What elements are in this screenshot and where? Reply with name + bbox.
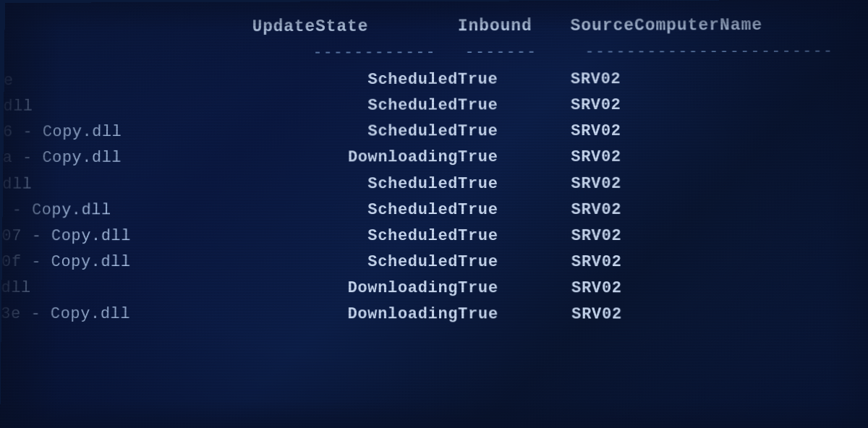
cell-updatestate: Scheduled (251, 171, 458, 197)
cell-sourcecomputer: SRV02 (571, 223, 856, 249)
table-row: ons000f - Copy.dllScheduledTrueSRV02 (0, 249, 856, 275)
terminal-screen: UpdateState Inbound SourceComputerName -… (0, 0, 868, 428)
cell-updatestate: Scheduled (252, 67, 458, 93)
cell-sourcecomputer: SRV02 (571, 301, 857, 328)
cell-sourcecomputer: SRV02 (571, 67, 854, 93)
cell-filename: ons0007 - Copy.dll (0, 223, 251, 249)
cell-filename: ons003e - Copy.dll (0, 301, 251, 328)
cell-inbound: True (458, 197, 571, 223)
cell-inbound: True (458, 249, 571, 275)
cell-sourcecomputer: SRV02 (571, 171, 855, 197)
table-row: ons003e - Copy.dllDownloadingTrueSRV02 (0, 301, 857, 328)
table-row: Copy.dllScheduledTrueSRV02 (0, 93, 855, 120)
cell-filename: ns0046 - Copy.dll (0, 119, 252, 145)
cell-sourcecomputer: SRV02 (571, 197, 856, 223)
cell-updatestate: Scheduled (252, 119, 458, 145)
table-row: py.exeScheduledTrueSRV02 (0, 67, 854, 95)
sep-sourcecomputer: ------------------------ (571, 40, 854, 67)
cell-sourcecomputer: SRV02 (571, 145, 855, 171)
table-container: UpdateState Inbound SourceComputerName -… (0, 13, 857, 328)
col-header-updatestate: UpdateState (252, 14, 457, 42)
table-row: Copy.dllScheduledTrueSRV02 (0, 171, 856, 197)
cell-inbound: True (458, 93, 571, 119)
table-row: ns000a - Copy.dllDownloadingTrueSRV02 (0, 145, 855, 172)
cell-inbound: True (458, 301, 571, 328)
cell-sourcecomputer: SRV02 (571, 93, 855, 119)
cell-filename: ons000f - Copy.dll (0, 249, 251, 275)
cell-filename: py.exe (0, 68, 252, 95)
cell-inbound: True (458, 145, 571, 171)
col-header-inbound: Inbound (458, 14, 571, 41)
table-row: ons0007 - Copy.dllScheduledTrueSRV02 (0, 223, 856, 249)
cell-updatestate: Downloading (251, 275, 458, 301)
cell-updatestate: Scheduled (252, 93, 458, 119)
cell-updatestate: Downloading (251, 301, 459, 328)
cell-updatestate: Scheduled (251, 197, 458, 223)
cell-filename: Copy.dll (0, 93, 252, 120)
cell-sourcecomputer: SRV02 (571, 119, 855, 145)
cell-inbound: True (458, 275, 571, 301)
cell-filename: Copy.dll (0, 275, 251, 301)
sep-updatestate: ------------ (252, 41, 458, 68)
data-table: UpdateState Inbound SourceComputerName -… (0, 13, 857, 328)
col-header-filename (0, 14, 252, 42)
cell-inbound: True (458, 119, 571, 145)
sep-filename (0, 42, 252, 69)
cell-sourcecomputer: SRV02 (571, 249, 856, 275)
cell-updatestate: Scheduled (251, 223, 458, 249)
sep-inbound: ------- (458, 40, 571, 67)
col-header-sourcecomputer: SourceComputerName (571, 13, 854, 41)
cell-filename: Copy.dll (0, 171, 251, 197)
cell-updatestate: Scheduled (251, 249, 458, 275)
cell-filename: ns000a - Copy.dll (0, 145, 252, 171)
cell-inbound: True (458, 223, 571, 249)
table-row: s0011 - Copy.dllScheduledTrueSRV02 (0, 197, 856, 223)
cell-filename: s0011 - Copy.dll (0, 197, 251, 223)
cell-updatestate: Downloading (252, 145, 458, 171)
cell-inbound: True (458, 171, 571, 197)
table-row: Copy.dllDownloadingTrueSRV02 (0, 275, 856, 302)
table-row: ns0046 - Copy.dllScheduledTrueSRV02 (0, 119, 855, 146)
cell-sourcecomputer: SRV02 (571, 275, 857, 302)
cell-inbound: True (458, 67, 571, 93)
